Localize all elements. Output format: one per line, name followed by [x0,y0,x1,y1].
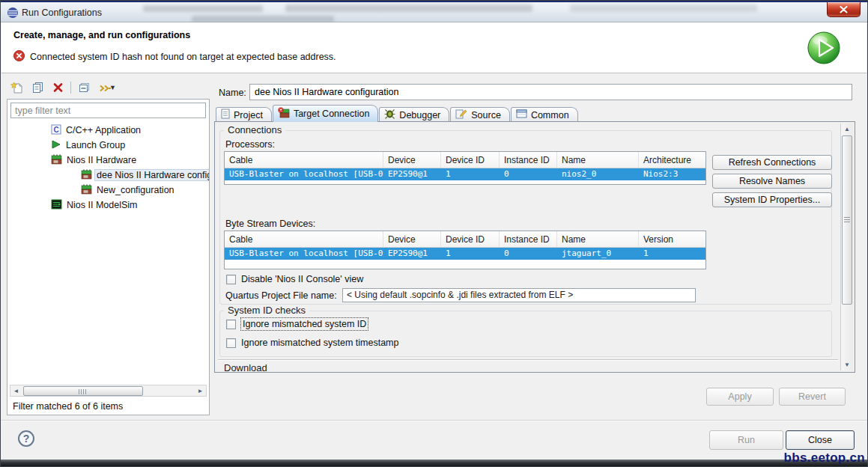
svg-text:C: C [53,126,58,134]
close-button[interactable]: Close [786,430,855,450]
common-icon [516,109,527,121]
nios-hardware-icon [51,154,62,167]
col-device[interactable]: Device [383,231,441,247]
disable-console-checkbox[interactable] [226,275,236,284]
glass-artifact [192,16,334,22]
col-instance-id[interactable]: Instance ID [500,152,557,168]
scrollbar-thumb[interactable] [842,135,852,305]
tree-label: dee Nios II Hardware configurati [94,169,209,181]
close-icon [840,6,848,13]
c-application-icon: C [51,124,61,137]
filter-input[interactable] [10,103,206,118]
filter-status: Filter matched 6 of 6 items [13,401,123,412]
tree-label: Nios II Hardware [67,155,136,165]
cell-device-id: 1 [441,168,500,180]
quartus-file-field[interactable]: < Using default .sopcinfo & .jdi files e… [342,288,696,302]
nios-modelsim-icon [51,199,62,212]
source-icon [455,109,467,122]
eclipse-icon [7,7,19,21]
tree-item-nios-modelsim[interactable]: Nios II ModelSim [7,198,209,213]
filter-configurations-button[interactable]: ▼ [97,80,119,95]
scroll-left-icon[interactable]: ◄ [10,385,22,396]
cell-name: nios2_0 [557,168,639,180]
cell-instance-id: 0 [500,168,557,180]
table-header: Cable Device Device ID Instance ID Name … [225,152,705,168]
window-bottom-frame [1,460,867,466]
new-configuration-button[interactable] [10,80,25,95]
table-header: Cable Device Device ID Instance ID Name … [225,231,705,248]
glass-artifact [285,4,532,12]
project-icon [221,109,230,121]
toolbar-separator [70,82,71,94]
col-instance-id[interactable]: Instance ID [500,231,557,247]
bytestream-row[interactable]: USB-Blaster on localhost [USB-0] EP2S90@… [225,248,705,260]
refresh-connections-button[interactable]: Refresh Connections [712,155,832,170]
ignore-mismatched-ts-checkbox[interactable] [226,338,236,348]
ignore-mismatched-id-label: Ignore mismatched system ID [241,318,368,330]
cell-instance-id: 0 [500,248,557,260]
tree-label: Launch Group [66,140,125,150]
duplicate-configuration-button[interactable] [30,80,45,95]
col-device-id[interactable]: Device ID [441,231,500,247]
col-cable[interactable]: Cable [225,152,383,168]
revert-button[interactable]: Revert [779,388,846,406]
col-name[interactable]: Name [557,231,639,247]
tab-bar: Project Target Connection Debugger Sourc… [216,105,579,122]
chevron-down-icon: ▼ [109,84,116,91]
name-label: Name: [219,88,246,98]
watermark: bbs.eetop.cn [784,451,865,466]
thumb-grip [79,389,88,394]
title-bar[interactable]: Run Configurations [1,1,867,22]
target-connection-panel: Connections Processors: Cable Device Dev… [214,121,855,373]
nios-hardware-icon [81,184,92,197]
cell-device-id: 1 [441,248,500,260]
tab-common[interactable]: Common [511,107,578,122]
system-id-checks-title: System ID checks [224,305,309,316]
ignore-mismatched-ts-row: Ignore mismatched system timestamp [226,338,399,348]
tree-item-dee-configuration[interactable]: dee Nios II Hardware configurati [7,168,209,183]
tab-target-connection[interactable]: Target Connection [273,105,378,122]
ignore-mismatched-id-checkbox[interactable] [226,320,236,329]
tree-item-launch-group[interactable]: Launch Group [7,138,209,153]
scrollbar-thumb[interactable] [23,386,143,396]
col-device[interactable]: Device [383,152,441,168]
tree-label: Nios II ModelSim [67,200,137,210]
col-device-id[interactable]: Device ID [441,152,500,168]
tab-label: Target Connection [294,109,369,119]
col-cable[interactable]: Cable [225,231,383,247]
cell-device: EP2S90@1 [383,168,441,180]
run-button[interactable]: Run [709,430,783,450]
tab-project[interactable]: Project [216,107,272,122]
configurations-tree: C C/C++ Application Launch Group Nios II… [7,123,209,213]
footer-divider [1,420,867,421]
processor-row[interactable]: USB-Blaster on localhost [USB-0] EP2S90@… [225,168,705,180]
delete-configuration-button[interactable] [50,80,65,95]
disable-console-row: Disable 'Nios II Console' view [226,274,363,284]
col-architecture[interactable]: Architecture [639,152,705,168]
system-id-checks-group: System ID checks Ignore mismatched syste… [219,311,832,357]
scroll-up-icon[interactable]: ▲ [841,123,853,135]
apply-button[interactable]: Apply [706,388,774,406]
tab-source[interactable]: Source [450,107,510,122]
name-input[interactable] [249,84,852,100]
tree-item-nios-hardware[interactable]: Nios II Hardware [7,153,209,168]
close-window-button[interactable] [827,2,861,17]
help-button[interactable]: ? [18,430,34,447]
scroll-right-icon[interactable]: ► [195,385,206,396]
cell-device: EP2S90@1 [383,248,441,260]
content-vertical-scrollbar[interactable]: ▲ ▼ [840,123,853,370]
tab-debugger[interactable]: Debugger [379,107,449,122]
bytestream-label: Byte Stream Devices: [225,219,315,229]
col-version[interactable]: Version [639,231,705,247]
sidebar-horizontal-scrollbar[interactable]: ◄ ► [10,385,207,397]
tree-item-c-application[interactable]: C C/C++ Application [7,123,209,138]
tree-item-new-configuration[interactable]: New_configuration [7,183,209,198]
system-id-properties-button[interactable]: System ID Properties... [712,192,832,207]
scroll-down-icon[interactable]: ▼ [841,359,853,370]
col-name[interactable]: Name [557,152,639,168]
new-config-icon [10,82,24,94]
resolve-names-button[interactable]: Resolve Names [712,174,832,189]
ignore-mismatched-id-row: Ignore mismatched system ID [226,318,368,330]
cell-name: jtaguart_0 [557,248,639,260]
collapse-all-button[interactable] [76,80,91,95]
